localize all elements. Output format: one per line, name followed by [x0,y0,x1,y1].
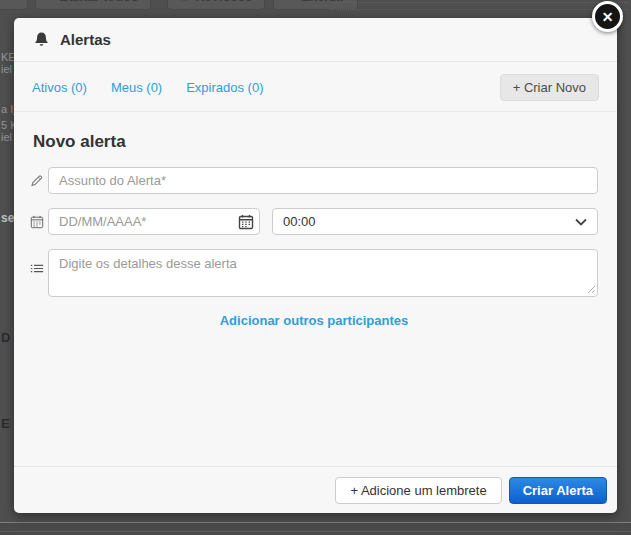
create-new-label: + Criar Novo [513,80,586,95]
pencil-icon [30,173,44,188]
revisions-icon: ≣ [180,0,189,3]
time-select-value: 00:00 [283,214,316,229]
delete-icon: ✕ [286,0,295,3]
form-heading: Novo alerta [30,132,598,152]
bell-icon [33,31,50,48]
tab-ativos[interactable]: Ativos (0) [32,80,87,95]
add-reminder-button[interactable]: + Adicione um lembrete [335,477,501,504]
revisions-label: Revisões [195,0,252,4]
add-reminder-label: + Adicione um lembrete [350,483,486,498]
details-textarea[interactable] [48,249,598,297]
date-time-row: 00:00 [30,208,598,235]
dotted-divider [330,9,627,10]
dotted-divider [330,2,627,3]
create-new-button[interactable]: + Criar Novo [500,74,599,101]
alerts-modal: Alertas Ativos (0) Meus (0) Expirados (0… [14,18,617,513]
text-fragment: iel [1,63,12,75]
text-fragment: iel [1,131,12,143]
text-fragment: se [1,211,14,225]
modal-header: Alertas [14,18,617,62]
calendar-icon [30,215,44,229]
download-all-button: ↓ Baixar todos [35,0,151,10]
clipped-page-text: KE iel a Ij 5 K iel se D E [0,0,14,535]
add-participants-link[interactable]: Adicionar outros participantes [220,313,409,328]
close-button[interactable]: ✕ [592,1,623,32]
text-fragment: a Ij [1,103,14,115]
create-alert-label: Criar Alerta [523,483,593,498]
datepicker-calendar-icon[interactable] [237,213,254,230]
page-divider-line [0,531,631,532]
download-icon: ↓ [48,0,54,2]
new-alert-form: Novo alerta [14,112,617,466]
text-fragment: D [1,330,10,345]
details-field [48,249,598,297]
create-alert-button[interactable]: Criar Alerta [509,477,607,504]
tab-meus[interactable]: Meus (0) [111,80,162,95]
modal-footer: + Adicione um lembrete Criar Alerta [14,466,617,513]
time-select[interactable]: 00:00 [272,208,598,235]
page-bottom-strip [0,523,631,535]
alerts-tab-bar: Ativos (0) Meus (0) Expirados (0) + Cria… [14,63,617,112]
revisions-button: ≣ Revisões [167,0,265,10]
close-icon: ✕ [602,10,614,24]
text-fragment: E [1,416,10,431]
date-input[interactable] [48,208,260,235]
text-fragment: KE [1,51,14,63]
subject-row [30,167,598,194]
chevron-down-icon [575,218,587,226]
modal-title: Alertas [60,31,111,48]
add-participants-row: Adicionar outros participantes [30,311,598,329]
text-fragment: 5 K [1,119,14,131]
download-all-label: Baixar todos [60,0,139,4]
list-icon [30,261,44,276]
subject-input[interactable] [48,167,598,194]
tab-expirados[interactable]: Expirados (0) [186,80,263,95]
details-row [30,249,598,297]
date-field [48,208,260,235]
